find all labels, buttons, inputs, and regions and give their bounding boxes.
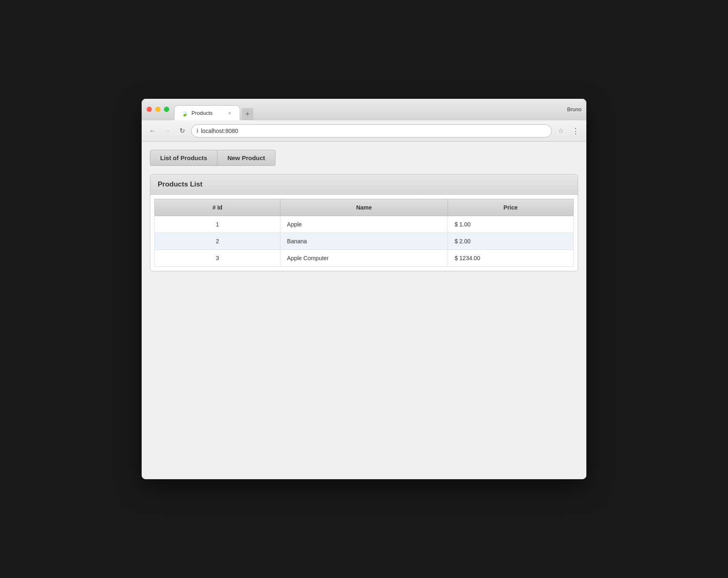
back-button[interactable]: ← xyxy=(147,125,158,137)
tab-bar: 🍃 Products × + xyxy=(174,99,560,120)
close-button[interactable] xyxy=(147,107,152,112)
table-header-row: # Id Name Price xyxy=(155,199,574,216)
user-name: Bruno xyxy=(560,106,581,112)
new-tab-button[interactable]: + xyxy=(242,108,253,120)
forward-button[interactable]: → xyxy=(161,125,173,137)
page-content: List of Products New Product Products Li… xyxy=(142,142,586,479)
cell-price: $ 2.00 xyxy=(448,233,573,250)
cell-name: Apple Computer xyxy=(280,250,448,267)
bookmark-button[interactable]: ☆ xyxy=(555,125,567,137)
active-tab[interactable]: 🍃 Products × xyxy=(174,105,240,120)
address-bar: ← → ↻ ℹ localhost:8080 ☆ ⋮ xyxy=(142,120,586,142)
card-header-title: Products List xyxy=(158,180,203,188)
table-row: 3Apple Computer$ 1234.00 xyxy=(155,250,574,267)
table-body: 1Apple$ 1.002Banana$ 2.003Apple Computer… xyxy=(155,216,574,267)
cell-name: Apple xyxy=(280,216,448,233)
table-row: 1Apple$ 1.00 xyxy=(155,216,574,233)
address-security-icon: ℹ xyxy=(196,128,198,134)
new-product-button[interactable]: New Product xyxy=(217,150,275,165)
browser-window: 🍃 Products × + Bruno ← → ↻ ℹ localhost:8… xyxy=(142,99,586,479)
reload-button[interactable]: ↻ xyxy=(176,125,188,137)
address-input-wrapper[interactable]: ℹ localhost:8080 xyxy=(191,124,552,138)
tab-favicon-icon: 🍃 xyxy=(181,110,188,117)
cell-price: $ 1234.00 xyxy=(448,250,573,267)
products-card: Products List # Id Name Price 1Apple$ 1.… xyxy=(150,174,578,271)
title-bar: 🍃 Products × + Bruno xyxy=(142,99,586,120)
address-text: localhost:8080 xyxy=(201,128,546,134)
tab-title: Products xyxy=(191,110,223,116)
table-header: # Id Name Price xyxy=(155,199,574,216)
cell-id: 1 xyxy=(155,216,280,233)
col-header-price: Price xyxy=(448,199,573,216)
menu-button[interactable]: ⋮ xyxy=(570,125,581,137)
card-header: Products List xyxy=(150,175,578,195)
table-row: 2Banana$ 2.00 xyxy=(155,233,574,250)
window-controls xyxy=(147,107,169,112)
cell-name: Banana xyxy=(280,233,448,250)
maximize-button[interactable] xyxy=(164,107,169,112)
list-of-products-button[interactable]: List of Products xyxy=(150,150,217,165)
nav-buttons: List of Products New Product xyxy=(150,150,275,166)
cell-id: 2 xyxy=(155,233,280,250)
cell-price: $ 1.00 xyxy=(448,216,573,233)
tab-close-button[interactable]: × xyxy=(226,110,233,117)
col-header-name: Name xyxy=(280,199,448,216)
col-header-id: # Id xyxy=(155,199,280,216)
minimize-button[interactable] xyxy=(155,107,161,112)
products-table: # Id Name Price 1Apple$ 1.002Banana$ 2.0… xyxy=(154,199,574,267)
cell-id: 3 xyxy=(155,250,280,267)
